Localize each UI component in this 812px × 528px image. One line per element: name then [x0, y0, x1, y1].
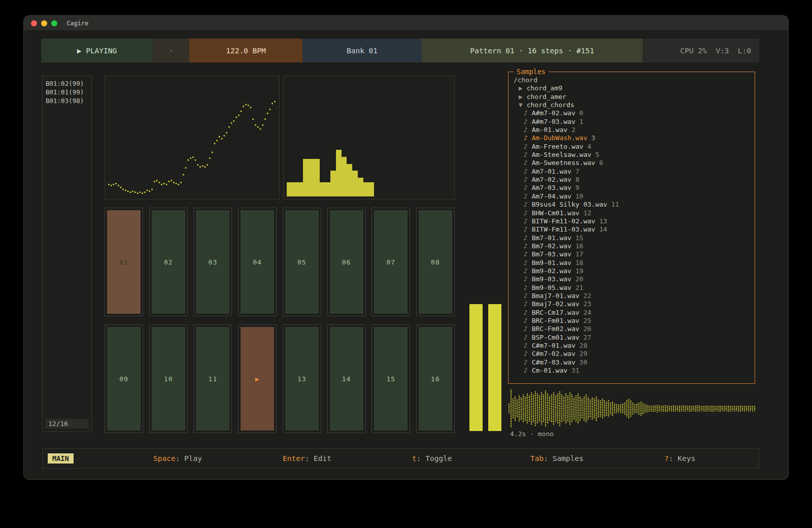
sample-item[interactable]: ♪ Bm9-05.wav 21	[514, 284, 750, 292]
sample-item[interactable]: ♪ Am7-04.wav 10	[514, 192, 750, 201]
folder-toggle-icon[interactable]: ▶	[519, 93, 527, 101]
pad[interactable]: 08	[416, 208, 455, 316]
close-button[interactable]	[31, 20, 37, 26]
sample-item[interactable]: ♪ Bm7-01.wav 15	[514, 234, 750, 242]
melody-contour-dots	[105, 76, 280, 200]
sample-index: 27	[580, 334, 591, 341]
folder-toggle-icon[interactable]: ▶	[519, 84, 527, 92]
sample-item[interactable]: ♪ Bm9-02.wav 19	[514, 267, 750, 275]
sample-item[interactable]: ♪ Am-Steelsaw.wav 5	[514, 151, 750, 159]
sample-item[interactable]: ♪ A#m7-02.wav 0	[514, 109, 750, 117]
sample-item[interactable]: ♪ Am7-03.wav 9	[514, 184, 750, 192]
window-title: Cagire	[66, 20, 88, 27]
samples-panel-title: Samples	[514, 68, 549, 76]
sample-index: 24	[580, 309, 591, 316]
sample-item[interactable]: ♪ BITW-Fm11-02.wav 13	[514, 217, 750, 225]
pad[interactable]: 01	[105, 208, 143, 316]
active-notes-list: B01:02(99)B01:01(99)B01:03(98)	[46, 79, 88, 105]
note-icon: ♪	[524, 242, 532, 250]
pad[interactable]: 04	[238, 208, 277, 316]
sample-index: 18	[571, 259, 583, 267]
pad[interactable]: 10	[149, 324, 188, 433]
note-icon: ♪	[524, 267, 532, 275]
histogram-bar	[352, 171, 358, 196]
sample-item[interactable]: ♪ BSP-Cm01.wav 27	[514, 334, 750, 342]
level-meters	[469, 76, 502, 431]
sample-item[interactable]: ♪ C#m7-01.wav 28	[514, 342, 750, 350]
note-icon: ♪	[524, 209, 532, 217]
sample-item[interactable]: ♪ BRC-Fm01.wav 25	[514, 317, 750, 325]
pattern-display[interactable]: Pattern 01 · 16 steps · #151	[422, 39, 642, 62]
pad-label: 07	[374, 210, 408, 314]
sample-item[interactable]: ♪ Bmaj7-02.wav 23	[514, 300, 750, 308]
sample-name: C#m7-03.wav	[532, 358, 576, 366]
pad[interactable]: 06	[327, 208, 366, 316]
sample-item[interactable]: ♪ BRC-Cm17.wav 24	[514, 309, 750, 317]
note-icon: ♪	[524, 334, 532, 342]
status-dot: ·	[153, 39, 189, 62]
sample-item[interactable]: ♪ Am-DubWash.wav 3	[514, 134, 750, 142]
sample-name: Bm9-03.wav	[532, 275, 571, 283]
sample-item[interactable]: ♪ Am-01.wav 2	[514, 126, 750, 134]
step-counter: 12/16	[45, 419, 89, 428]
sample-item[interactable]: ♪ BHW-Cm01.wav 12	[514, 209, 750, 217]
pad[interactable]: 11	[193, 324, 232, 433]
histogram-bar	[303, 159, 309, 196]
note-icon: ♪	[524, 192, 532, 201]
pad[interactable]: ▶	[238, 324, 277, 433]
note-icon: ♪	[524, 126, 532, 134]
key-hint: t: Toggle	[412, 454, 452, 463]
sample-item[interactable]: ♪ BITW-Fm11-03.wav 14	[514, 225, 750, 234]
sample-item[interactable]: ♪ Am7-01.wav 7	[514, 168, 750, 176]
sample-item[interactable]: ♪ C#m7-03.wav 30	[514, 358, 750, 367]
pad[interactable]: 15	[371, 324, 410, 433]
bpm-display[interactable]: 122.0 BPM	[189, 39, 302, 62]
note-icon: ♪	[524, 350, 532, 358]
note-icon: ♪	[524, 201, 532, 209]
sample-name: Bm7-03.wav	[532, 250, 571, 258]
pad[interactable]: 05	[283, 208, 321, 316]
note-icon: ♪	[524, 325, 532, 333]
sample-item[interactable]: ♪ A#m7-03.wav 1	[514, 118, 750, 126]
sample-item[interactable]: ♪ Bm9-01.wav 18	[514, 259, 750, 267]
pad[interactable]: 13	[283, 324, 321, 433]
pad[interactable]: 09	[105, 324, 143, 433]
sample-index: 7	[571, 168, 580, 175]
sample-folder[interactable]: ▶ chord_am9	[514, 84, 750, 92]
bank-display[interactable]: Bank 01	[302, 39, 422, 62]
minimize-button[interactable]	[41, 20, 47, 26]
sample-item[interactable]: ♪ Bmaj7-01.wav 22	[514, 292, 750, 300]
sample-item[interactable]: ♪ Bm7-03.wav 17	[514, 250, 750, 258]
sample-index: 28	[576, 342, 587, 349]
transport-status[interactable]: ▶ PLAYING	[41, 39, 153, 62]
histogram-bar	[292, 182, 298, 196]
sample-item[interactable]: ♪ Am-Freeto.wav 4	[514, 143, 750, 151]
sample-item[interactable]: ♪ Cm-01.wav 31	[514, 367, 750, 375]
sample-item[interactable]: ♪ Bm9-03.wav 20	[514, 275, 750, 283]
pad[interactable]: 02	[149, 208, 188, 316]
zoom-button[interactable]	[51, 20, 57, 26]
sample-item[interactable]: ♪ Am7-02.wav 8	[514, 176, 750, 184]
sample-item[interactable]: ♪ Bm7-02.wav 16	[514, 242, 750, 250]
pad[interactable]: 14	[327, 324, 366, 433]
note-icon: ♪	[524, 109, 532, 117]
folder-name: chord_amer	[527, 93, 566, 101]
note-icon: ♪	[524, 275, 532, 283]
note-icon: ♪	[524, 234, 532, 242]
hint-key: Enter	[283, 454, 305, 463]
folder-toggle-icon[interactable]: ▼	[519, 101, 527, 109]
sample-name: BRC-Fm01.wav	[532, 317, 580, 324]
note-icon: ♪	[524, 284, 532, 292]
sample-item[interactable]: ♪ BRC-Fm02.wav 26	[514, 325, 750, 333]
sample-item[interactable]: ♪ C#m7-02.wav 29	[514, 350, 750, 358]
sample-folder[interactable]: ▼ chord_chords	[514, 101, 750, 109]
pad[interactable]: 07	[371, 208, 410, 316]
sample-folder[interactable]: ▶ chord_amer	[514, 93, 750, 101]
key-hint: Space: Play	[153, 454, 202, 463]
sample-index: 31	[567, 367, 579, 374]
sample-item[interactable]: ♪ Am-Sweetness.wav 6	[514, 159, 750, 167]
sample-item[interactable]: ♪ B9sus4 Silky 03.wav 11	[514, 201, 750, 209]
pad[interactable]: 16	[416, 324, 455, 433]
pad[interactable]: 03	[193, 208, 232, 316]
sample-index: 9	[571, 184, 580, 191]
